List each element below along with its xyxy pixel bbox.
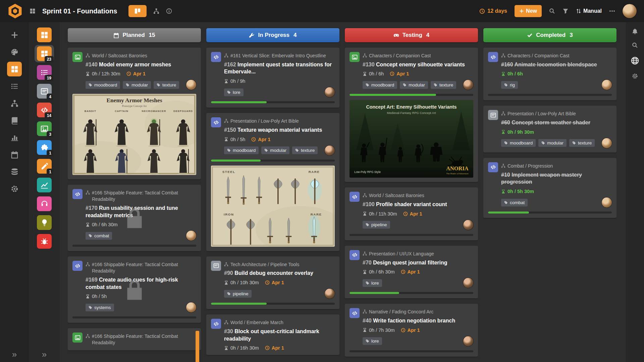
tag-pill[interactable]: texture bbox=[569, 139, 595, 147]
attachment-image-silhouettes[interactable]: Concept Art: Enemy Silhouette Variants M… bbox=[350, 100, 473, 178]
tag-pill[interactable]: systems bbox=[86, 304, 114, 311]
column-header-in-progress[interactable]: In Progress 4 bbox=[206, 28, 339, 42]
board-filter-list-2[interactable]: 19 bbox=[35, 64, 54, 81]
card-category[interactable]: #166 Shippable Feature: Tactical Combat … bbox=[86, 333, 196, 346]
card-category[interactable]: #161 Vertical Slice: Embervale Intro Que… bbox=[224, 52, 335, 59]
tag-pill[interactable]: combat bbox=[501, 199, 528, 206]
assignee-avatar[interactable] bbox=[186, 80, 196, 90]
attachment-image-weapons[interactable]: STEELRAREIRONRARE bbox=[211, 166, 335, 247]
tag-pill[interactable]: pipeline bbox=[363, 221, 390, 229]
card-category[interactable]: Characters / Companion Cast bbox=[363, 52, 473, 59]
attachment-image-armor[interactable]: Enemy Armor Meshes Prototype Concept Art… bbox=[72, 94, 196, 175]
card-category[interactable]: Narrative / Fading Concord Arc bbox=[363, 308, 473, 315]
expand-sidebar-button[interactable]: » bbox=[0, 350, 29, 359]
new-task-button[interactable]: New bbox=[515, 5, 542, 17]
tag-pill[interactable]: pipeline bbox=[224, 290, 252, 298]
board-filter-image-5[interactable]: 3 bbox=[35, 120, 54, 137]
column-card-list-in-progress[interactable]: #161 Vertical Slice: Embervale Intro Que… bbox=[206, 43, 339, 362]
assignee-avatar[interactable] bbox=[602, 138, 612, 148]
assignee-avatar[interactable] bbox=[463, 278, 473, 288]
task-card[interactable]: World / Saltcoast Baronies #140 Model en… bbox=[68, 48, 201, 179]
column-header-planned[interactable]: Planned 15 bbox=[68, 28, 201, 42]
assignee-avatar[interactable] bbox=[602, 197, 612, 207]
projects-grid-icon[interactable] bbox=[30, 8, 36, 14]
assignee-avatar[interactable] bbox=[186, 231, 196, 241]
info-icon[interactable] bbox=[166, 8, 172, 14]
sidebar-item-list[interactable] bbox=[7, 79, 22, 94]
tag-pill[interactable]: texture bbox=[154, 81, 179, 89]
sidebar-item-book[interactable] bbox=[7, 113, 22, 128]
task-card[interactable]: World / Saltcoast Baronies #100 Profile … bbox=[345, 187, 478, 240]
filter-icon[interactable] bbox=[562, 8, 569, 14]
tag-pill[interactable]: texture bbox=[431, 81, 456, 89]
card-category[interactable]: World / Saltcoast Baronies bbox=[363, 192, 473, 199]
search-icon[interactable] bbox=[632, 42, 638, 48]
globe-icon[interactable] bbox=[631, 56, 639, 65]
task-card[interactable]: #166 Shippable Feature: Tactical Combat … bbox=[68, 328, 201, 350]
task-card[interactable]: World / Embervale March #30 Block out qu… bbox=[206, 314, 339, 355]
task-card[interactable]: #166 Shippable Feature: Tactical Combat … bbox=[68, 185, 201, 251]
column-header-completed[interactable]: Completed 3 bbox=[483, 28, 616, 42]
tag-pill[interactable]: combat bbox=[86, 232, 112, 240]
sidebar-item-calendar[interactable] bbox=[7, 147, 22, 162]
sidebar-item-plus[interactable] bbox=[7, 27, 22, 42]
board-filter-lightbulb-10[interactable] bbox=[35, 214, 54, 231]
gear-icon[interactable] bbox=[632, 73, 638, 79]
board-filter-headphones-9[interactable] bbox=[35, 195, 54, 213]
assignee-avatar[interactable] bbox=[325, 87, 335, 97]
board-filter-puzzle-6[interactable]: 1 bbox=[35, 139, 54, 156]
card-category[interactable]: Presentation / UI/UX Language bbox=[363, 250, 473, 257]
sidebar-item-chart[interactable] bbox=[7, 130, 22, 145]
tag-pill[interactable]: rig bbox=[501, 81, 518, 89]
card-category[interactable]: Combat / Progression bbox=[501, 162, 612, 169]
card-category[interactable]: Presentation / Low-Poly Art Bible bbox=[224, 117, 335, 124]
tag-pill[interactable]: moodboard bbox=[501, 139, 536, 147]
task-card[interactable]: Presentation / Low-Poly Art Bible #150 T… bbox=[206, 113, 339, 251]
card-category[interactable]: Tech Architecture / Pipeline Tools bbox=[224, 261, 335, 268]
column-card-list-planned[interactable]: World / Saltcoast Baronies #140 Model en… bbox=[68, 43, 201, 362]
assignee-avatar[interactable] bbox=[602, 80, 612, 90]
app-logo[interactable] bbox=[7, 3, 23, 19]
sprint-days-remaining[interactable]: 12 days bbox=[479, 8, 507, 14]
assignee-avatar[interactable] bbox=[463, 80, 473, 90]
tag-pill[interactable]: texture bbox=[292, 146, 318, 154]
assignee-avatar[interactable] bbox=[325, 289, 335, 299]
tag-pill[interactable]: modular bbox=[123, 81, 151, 89]
assignee-avatar[interactable] bbox=[463, 336, 473, 346]
card-category[interactable]: World / Saltcoast Baronies bbox=[86, 52, 196, 59]
tag-pill[interactable]: modular bbox=[538, 139, 567, 147]
card-category[interactable]: Characters / Companion Cast bbox=[501, 52, 612, 59]
board-filter-chartline-8[interactable] bbox=[35, 176, 54, 194]
tag-pill[interactable]: modular bbox=[261, 146, 289, 154]
tag-pill[interactable]: modular bbox=[400, 81, 428, 89]
task-card[interactable]: #166 Shippable Feature: Tactical Combat … bbox=[68, 256, 201, 323]
card-category[interactable]: #166 Shippable Feature: Tactical Combat … bbox=[86, 189, 196, 202]
board-filter-grid-0[interactable] bbox=[35, 26, 54, 44]
assignee-avatar[interactable] bbox=[186, 302, 196, 312]
more-menu-icon[interactable] bbox=[609, 8, 615, 14]
column-card-list-completed[interactable]: Characters / Companion Cast #160 Animate… bbox=[483, 43, 616, 362]
assignee-avatar[interactable] bbox=[325, 145, 335, 156]
search-icon[interactable] bbox=[549, 8, 555, 14]
tag-pill[interactable]: lore bbox=[363, 279, 382, 287]
task-card[interactable]: Characters / Companion Cast #130 Concept… bbox=[345, 48, 478, 182]
task-card[interactable]: Presentation / UI/UX Language #70 Design… bbox=[345, 246, 478, 298]
task-card[interactable]: Presentation / Low-Poly Art Bible #60 Co… bbox=[483, 106, 616, 152]
board-filter-code-4[interactable]: 14 bbox=[35, 101, 54, 119]
tag-pill[interactable]: moodboard bbox=[86, 81, 120, 89]
tag-pill[interactable]: moodboard bbox=[363, 81, 397, 89]
expand-board-sidebar-button[interactable]: » bbox=[29, 350, 60, 359]
user-avatar[interactable] bbox=[623, 4, 637, 18]
sidebar-item-layers[interactable] bbox=[7, 164, 22, 179]
card-category[interactable]: Presentation / Low-Poly Art Bible bbox=[501, 110, 612, 117]
tag-pill[interactable]: lore bbox=[363, 337, 382, 345]
sidebar-item-palette[interactable] bbox=[7, 45, 22, 59]
sidebar-item-sitemap[interactable] bbox=[7, 96, 22, 111]
task-card[interactable]: #161 Vertical Slice: Embervale Intro Que… bbox=[206, 48, 339, 108]
column-header-testing[interactable]: Testing 4 bbox=[345, 28, 478, 42]
card-category[interactable]: #166 Shippable Feature: Tactical Combat … bbox=[86, 261, 196, 274]
board-filter-card-3[interactable]: 4 bbox=[35, 82, 54, 100]
task-card[interactable]: Combat / Progression #10 Implement weapo… bbox=[483, 158, 616, 218]
tag-pill[interactable]: moodboard bbox=[224, 146, 259, 154]
assignee-avatar[interactable] bbox=[463, 220, 473, 230]
